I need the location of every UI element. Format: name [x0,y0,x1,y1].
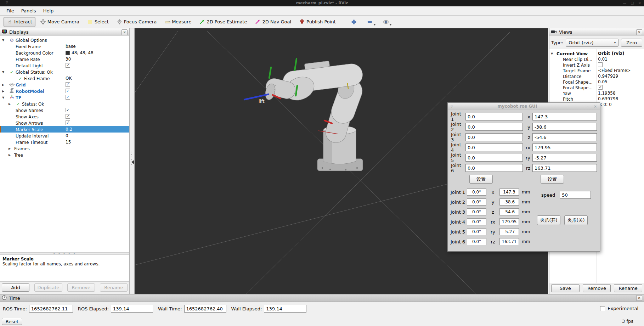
checkbox[interactable]: ✓ [66,120,70,125]
view-row-current-view[interactable]: ▼Current ViewOrbit (rviz) [549,51,644,56]
display-row-grid[interactable]: ▶Grid✓ [0,82,129,88]
save-button[interactable]: Save [551,284,580,292]
gripper-open-button[interactable]: 夹爪(开) [537,215,560,225]
displays-close-icon[interactable]: ✕ [122,29,128,35]
dialog-minimize-icon[interactable]: – [587,104,589,109]
collapse-arrow-icon[interactable]: ▶ [2,88,8,95]
add-button[interactable]: Add [2,283,29,292]
rz-input[interactable] [532,164,597,172]
collapse-left-icon[interactable] [131,159,134,165]
camera-visibility-button[interactable] [381,17,391,27]
display-row-tree[interactable]: ▶Tree [0,152,129,158]
display-row-show-names[interactable]: Show Names✓ [0,107,129,113]
wall-time-input[interactable] [184,305,226,313]
menu-file[interactable]: File [3,7,18,15]
close-icon[interactable]: × [638,1,641,5]
displays-panel-header[interactable]: Displays ✕ [0,28,129,36]
display-row-frame-timeout[interactable]: Frame Timeout15 [0,139,129,145]
display-row-frame-rate[interactable]: Frame Rate30 [0,56,129,62]
collapse-arrow-icon[interactable]: ▶ [2,82,8,88]
reset-button[interactable]: Reset [2,318,22,325]
speed-input[interactable] [560,191,591,199]
display-row-tf[interactable]: ▼TF✓ [0,94,129,101]
view-type-dropdown[interactable]: Orbit (rviz) ▾ [566,39,618,47]
x-input[interactable] [532,113,597,120]
panel-collapse-handle[interactable] [130,28,135,294]
remove-button[interactable]: Remove [583,284,611,292]
menu-panels[interactable]: Panels [18,7,40,15]
set-coords-button[interactable]: 设置 [541,175,564,184]
checkbox[interactable]: ✓ [66,89,70,93]
display-row-show-arrows[interactable]: Show Arrows✓ [0,120,129,126]
display-row-marker-scale[interactable]: Marker Scale0.2 [0,126,129,133]
joint-2-input[interactable] [465,123,523,131]
toolbar-select[interactable]: Select [84,17,112,27]
toolbar-publish-point[interactable]: Publish Point [296,17,339,27]
display-row-show-axes[interactable]: Show Axes✓ [0,113,129,120]
display-row-update-interval[interactable]: Update Interval0 [0,133,129,139]
view-row-distance[interactable]: Distance0.947929 [549,73,644,79]
zoom-out-button[interactable] [365,17,375,27]
expand-arrow-icon[interactable]: ▼ [2,37,8,44]
display-row-background-color[interactable]: Background Color48; 48; 48 [0,50,129,56]
display-row-fixed-frame[interactable]: Fixed Framebase [0,43,129,50]
collapse-arrow-icon[interactable]: ▶ [9,101,14,107]
toolbar-move-camera[interactable]: Move Camera [37,17,83,27]
toolbar-focus-camera[interactable]: Focus Camera [113,17,160,27]
gripper-close-button[interactable]: 夹爪(关) [564,215,588,225]
zoom-in-button[interactable] [349,17,359,27]
time-panel-header[interactable]: Time ✕ [0,294,644,302]
view-row-yaw[interactable]: Yaw1.19358 [549,90,644,96]
view-row-target-frame[interactable]: Target Frame<Fixed Frame> [549,68,644,73]
y-input[interactable] [532,123,597,131]
display-row-global-options[interactable]: ▼⚙Global Options [0,37,129,43]
ros-elapsed-input[interactable] [111,305,153,313]
ros-time-input[interactable] [29,305,73,313]
dialog-close-icon[interactable]: × [594,104,597,109]
minimize-icon[interactable]: — [623,1,626,5]
view-row-near-clip-di[interactable]: Near Clip Di...0.01 [549,56,644,62]
joint-4-input[interactable] [465,144,523,151]
view-row-pitch[interactable]: Pitch0.639798 [549,96,644,102]
display-row-default-light[interactable]: Default Light✓ [0,62,129,69]
expand-arrow-icon[interactable]: ▼ [2,95,8,101]
display-row-robotmodel[interactable]: ▶RobotModel✓ [0,88,129,94]
display-row-global-status-ok[interactable]: ▼✓Global Status: Ok [0,69,129,75]
zero-button[interactable]: Zero [621,39,642,47]
rename-button[interactable]: Rename [614,284,642,292]
joint-1-input[interactable] [465,113,523,120]
collapse-arrow-icon[interactable]: ▶ [9,152,14,158]
view-row-focal-shape[interactable]: Focal Shape...0.05 [549,79,644,85]
toolbar-interact[interactable]: ☝Interact [4,17,35,27]
robot-model[interactable] [264,61,366,171]
splitter-handle[interactable]: • • • • • [0,252,129,255]
dialog-titlebar[interactable]: ▽ mycobot ros GUI –× [448,103,600,110]
view-row-invert-z-axis[interactable]: Invert Z Axis [549,62,644,68]
toolbar-2d-pose-estimate[interactable]: 2D Pose Estimate [196,17,250,27]
joint-5-input[interactable] [465,154,523,162]
checkbox[interactable]: ✓ [66,95,70,100]
set-joints-button[interactable]: 设置 [469,175,493,184]
checkbox[interactable]: ✓ [66,114,70,119]
collapse-arrow-icon[interactable]: ▶ [9,146,14,152]
wall-elapsed-input[interactable] [264,305,306,313]
checkbox[interactable]: ✓ [598,85,603,90]
display-row-status-ok[interactable]: ▶✓Status: Ok [0,101,129,107]
view-row-focal-shape[interactable]: Focal Shape...✓ [549,85,644,90]
ry-input[interactable] [532,154,597,162]
expand-arrow-icon[interactable]: ▼ [551,51,557,57]
checkbox[interactable]: ✓ [66,63,70,68]
joint-6-input[interactable] [465,164,523,172]
z-input[interactable] [532,133,597,141]
checkbox[interactable]: ✓ [66,82,70,87]
maximize-icon[interactable]: ▢ [631,1,634,5]
views-panel-header[interactable]: Views ✕ [549,28,644,36]
toolbar-measure[interactable]: Measure [161,17,194,27]
menu-help[interactable]: Help [40,7,57,15]
display-row-frames[interactable]: ▶Frames [0,145,129,152]
titlebar[interactable]: ▽ mecharm_pi.rviz* - RViz —▢× [0,0,644,6]
checkbox[interactable]: ✓ [66,108,70,112]
time-close-icon[interactable]: ✕ [636,295,642,301]
joint-3-input[interactable] [465,133,523,141]
checkbox[interactable] [598,62,603,67]
